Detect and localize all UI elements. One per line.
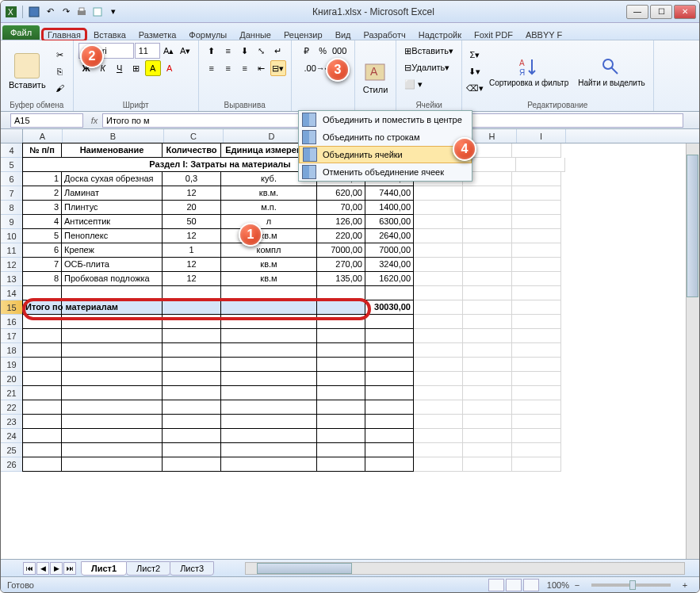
cell-I25[interactable]	[512, 443, 561, 457]
cell-I24[interactable]	[512, 429, 561, 443]
vertical-scrollbar[interactable]	[686, 143, 699, 559]
cell-H13[interactable]	[463, 272, 512, 286]
zoom-thumb[interactable]	[629, 580, 636, 590]
cell-F19[interactable]	[365, 357, 414, 372]
cell-C4[interactable]: Количество	[162, 143, 221, 158]
cell-B22[interactable]	[61, 400, 163, 415]
cell-F17[interactable]	[365, 328, 414, 343]
cell-B17[interactable]	[61, 328, 163, 343]
merge-menu-item-0[interactable]: Объединить и поместить в центре	[299, 111, 472, 128]
last-sheet-icon[interactable]: ⏭	[63, 562, 76, 575]
cell-D9[interactable]: л	[220, 214, 317, 229]
merge-menu-item-3[interactable]: Отменить объединение ячеек	[299, 163, 472, 181]
cell-C26[interactable]	[162, 457, 221, 472]
cell-I14[interactable]	[512, 286, 561, 300]
cell-I5[interactable]	[516, 158, 565, 172]
cell-G11[interactable]	[414, 243, 463, 258]
cell-I13[interactable]	[512, 272, 561, 286]
cell-B16[interactable]	[61, 314, 163, 329]
cell-A19[interactable]	[22, 357, 62, 372]
merge-menu-item-1[interactable]: Объединить по строкам	[299, 128, 472, 146]
cell-G22[interactable]	[414, 400, 463, 415]
cell-B12[interactable]: ОСБ-плита	[61, 257, 163, 272]
col-header-H[interactable]: H	[468, 129, 517, 143]
cell-G21[interactable]	[414, 386, 463, 400]
cell-D19[interactable]	[220, 357, 317, 372]
cell-B25[interactable]	[61, 442, 163, 457]
row-header-22[interactable]: 22	[1, 400, 23, 415]
cell-F9[interactable]: 6300,00	[365, 214, 414, 229]
cell-C12[interactable]: 12	[162, 257, 221, 272]
cell-E9[interactable]: 126,00	[316, 214, 365, 229]
row-header-25[interactable]: 25	[1, 443, 23, 457]
cell-G26[interactable]	[414, 457, 463, 472]
paste-button[interactable]: Вставить	[6, 52, 49, 91]
cell-H17[interactable]	[463, 329, 512, 343]
cell-G16[interactable]	[414, 315, 463, 329]
row-header-8[interactable]: 8	[1, 201, 23, 215]
cell-A10[interactable]: 5	[22, 228, 62, 243]
cell-F7[interactable]: 7440,00	[365, 186, 414, 201]
row-header-24[interactable]: 24	[1, 429, 23, 443]
horizontal-scrollbar[interactable]	[245, 562, 685, 575]
cell-G24[interactable]	[414, 429, 463, 443]
cell-D10[interactable]: кв.м	[220, 228, 317, 243]
cell-D23[interactable]	[220, 414, 317, 429]
cell-H23[interactable]	[463, 415, 512, 429]
cell-I9[interactable]	[512, 215, 561, 229]
format-cells-button[interactable]: ⬜ ▾	[401, 76, 426, 92]
minimize-button[interactable]: —	[626, 5, 648, 19]
cell-I6[interactable]	[512, 172, 561, 186]
cell-D14[interactable]	[220, 285, 317, 300]
col-header-I[interactable]: I	[517, 129, 566, 143]
cell-A24[interactable]	[22, 428, 62, 443]
cell-I17[interactable]	[512, 329, 561, 343]
increase-decimal-icon[interactable]: .00→	[307, 60, 323, 76]
cell-E13[interactable]: 135,00	[316, 271, 365, 286]
merge-button[interactable]: ⊟▾	[270, 60, 286, 76]
align-middle-icon[interactable]: ≡	[220, 43, 236, 59]
cell-C21[interactable]	[162, 385, 221, 400]
cell-G10[interactable]	[414, 229, 463, 243]
first-sheet-icon[interactable]: ⏮	[23, 562, 36, 575]
cell-A13[interactable]: 8	[22, 271, 62, 286]
clear-icon[interactable]: ⌫▾	[467, 80, 483, 96]
cell-I8[interactable]	[512, 201, 561, 215]
cell-F22[interactable]	[365, 400, 414, 415]
cell-E23[interactable]	[316, 414, 365, 429]
cell-H7[interactable]	[463, 186, 512, 201]
cell-G23[interactable]	[414, 415, 463, 429]
cell-C13[interactable]: 12	[162, 271, 221, 286]
zoom-slider[interactable]	[591, 583, 671, 587]
cell-C17[interactable]	[162, 328, 221, 343]
cell-E18[interactable]	[316, 342, 365, 358]
cell-G19[interactable]	[414, 358, 463, 372]
autosum-icon[interactable]: Σ▾	[467, 47, 483, 63]
cell-I10[interactable]	[512, 229, 561, 243]
cell-C6[interactable]: 0,3	[162, 171, 221, 186]
cell-A11[interactable]: 6	[22, 243, 62, 258]
cell-E19[interactable]	[316, 357, 365, 372]
cell-F20[interactable]	[365, 371, 414, 386]
cell-D26[interactable]	[220, 457, 317, 472]
orientation-icon[interactable]: ⤡	[254, 43, 270, 59]
cell-A16[interactable]	[22, 314, 62, 329]
cell-C25[interactable]	[162, 442, 221, 457]
print-icon[interactable]	[75, 5, 89, 19]
underline-icon[interactable]: Ч	[112, 60, 128, 76]
cell-D22[interactable]	[220, 400, 317, 415]
cell-A9[interactable]: 4	[22, 214, 62, 229]
increase-font-icon[interactable]: A▴	[161, 43, 177, 59]
cell-F15[interactable]: 30030,00	[365, 300, 414, 315]
cell-I19[interactable]	[512, 358, 561, 372]
cell-A26[interactable]	[22, 457, 62, 472]
row-header-11[interactable]: 11	[1, 243, 23, 258]
fill-icon[interactable]: ⬇▾	[467, 63, 483, 79]
cell-H26[interactable]	[463, 457, 512, 472]
cell-G25[interactable]	[414, 443, 463, 457]
cell-A20[interactable]	[22, 371, 62, 386]
cell-H21[interactable]	[463, 386, 512, 400]
cell-E11[interactable]: 7000,00	[316, 243, 365, 258]
row-header-7[interactable]: 7	[1, 186, 23, 201]
file-tab[interactable]: Файл	[2, 25, 40, 40]
